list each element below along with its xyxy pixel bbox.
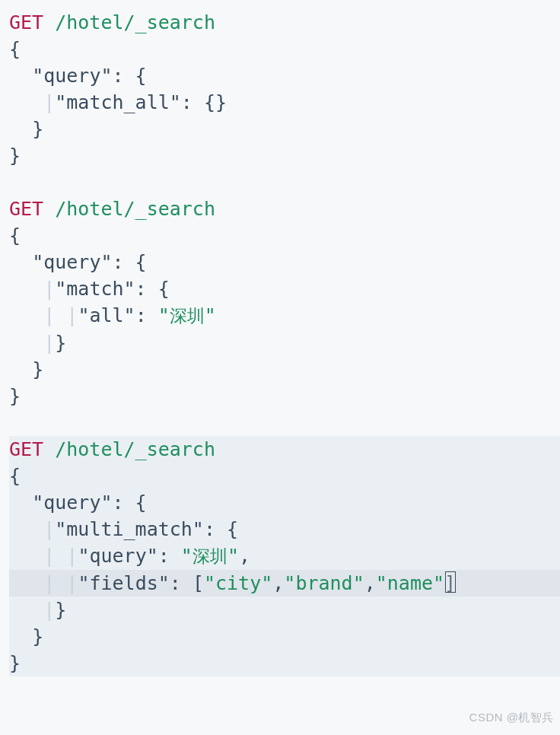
- code-line: {: [9, 36, 560, 62]
- code-line: |"match_all": {}: [9, 89, 560, 116]
- request-line: GET /hotel/_search: [9, 196, 560, 222]
- code-line: |}: [9, 329, 560, 356]
- code-line: }: [9, 116, 560, 142]
- code-line: }: [9, 356, 560, 383]
- code-editor[interactable]: GET /hotel/_search{ "query": { |"match_a…: [0, 0, 560, 686]
- watermark: CSDN @机智兵: [469, 704, 554, 730]
- code-line: {: [9, 222, 560, 249]
- code-line: | |"fields": ["city","brand","name"]: [9, 570, 560, 597]
- request-line: GET /hotel/_search: [9, 9, 560, 36]
- code-line: "query": {: [9, 62, 560, 89]
- code-line: |"match": {: [9, 275, 560, 302]
- code-line: "query": {: [9, 249, 560, 275]
- code-line: |}: [9, 597, 560, 623]
- code-line: }: [9, 142, 560, 169]
- code-line: "query": {: [9, 489, 560, 516]
- request-line: GET /hotel/_search: [9, 436, 560, 463]
- code-line: |"multi_match": {: [9, 516, 560, 542]
- code-line: }: [9, 623, 560, 650]
- code-line: | |"all": "深圳": [9, 302, 560, 329]
- code-line: }: [9, 383, 560, 409]
- code-line: }: [9, 650, 560, 676]
- code-line: | |"query": "深圳",: [9, 542, 560, 570]
- code-line: {: [9, 463, 560, 489]
